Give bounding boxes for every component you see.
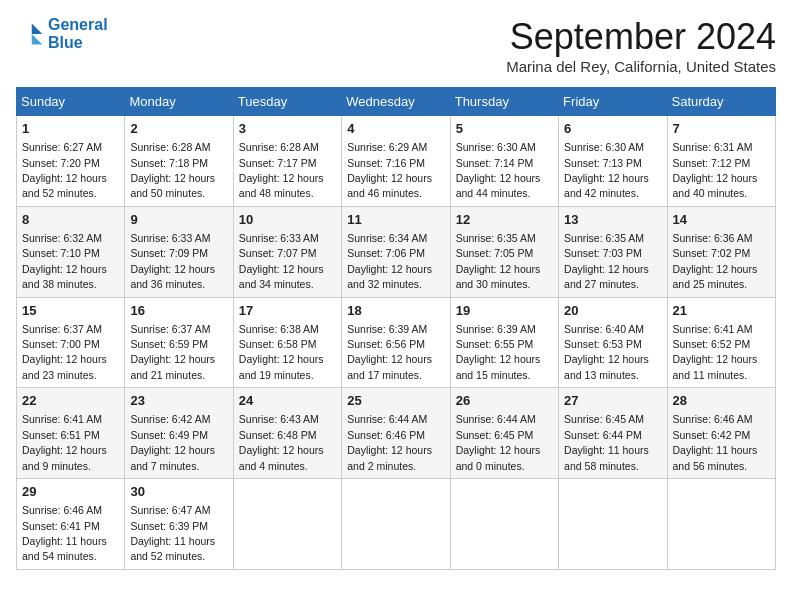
logo-text-line2: Blue <box>48 34 108 52</box>
day-info: Sunrise: 6:36 AMSunset: 7:02 PMDaylight:… <box>673 232 758 290</box>
day-number: 23 <box>130 392 227 410</box>
day-number: 4 <box>347 120 444 138</box>
calendar-day-cell: 9 Sunrise: 6:33 AMSunset: 7:09 PMDayligh… <box>125 206 233 297</box>
calendar-day-cell: 27 Sunrise: 6:45 AMSunset: 6:44 PMDaylig… <box>559 388 667 479</box>
day-info: Sunrise: 6:34 AMSunset: 7:06 PMDaylight:… <box>347 232 432 290</box>
day-number: 8 <box>22 211 119 229</box>
day-info: Sunrise: 6:45 AMSunset: 6:44 PMDaylight:… <box>564 413 649 471</box>
calendar-day-cell: 16 Sunrise: 6:37 AMSunset: 6:59 PMDaylig… <box>125 297 233 388</box>
day-info: Sunrise: 6:35 AMSunset: 7:03 PMDaylight:… <box>564 232 649 290</box>
day-number: 1 <box>22 120 119 138</box>
calendar-day-cell: 17 Sunrise: 6:38 AMSunset: 6:58 PMDaylig… <box>233 297 341 388</box>
calendar-day-cell: 7 Sunrise: 6:31 AMSunset: 7:12 PMDayligh… <box>667 116 775 207</box>
calendar-day-cell: 11 Sunrise: 6:34 AMSunset: 7:06 PMDaylig… <box>342 206 450 297</box>
day-of-week-header: Thursday <box>450 88 558 116</box>
location-title: Marina del Rey, California, United State… <box>506 58 776 75</box>
day-info: Sunrise: 6:40 AMSunset: 6:53 PMDaylight:… <box>564 323 649 381</box>
day-number: 16 <box>130 302 227 320</box>
day-number: 24 <box>239 392 336 410</box>
calendar-day-cell: 30 Sunrise: 6:47 AMSunset: 6:39 PMDaylig… <box>125 479 233 570</box>
calendar-day-cell: 6 Sunrise: 6:30 AMSunset: 7:13 PMDayligh… <box>559 116 667 207</box>
calendar-table: SundayMondayTuesdayWednesdayThursdayFrid… <box>16 87 776 570</box>
calendar-day-cell: 26 Sunrise: 6:44 AMSunset: 6:45 PMDaylig… <box>450 388 558 479</box>
day-info: Sunrise: 6:33 AMSunset: 7:09 PMDaylight:… <box>130 232 215 290</box>
day-info: Sunrise: 6:30 AMSunset: 7:13 PMDaylight:… <box>564 141 649 199</box>
calendar-day-cell: 15 Sunrise: 6:37 AMSunset: 7:00 PMDaylig… <box>17 297 125 388</box>
day-number: 2 <box>130 120 227 138</box>
calendar-day-cell: 29 Sunrise: 6:46 AMSunset: 6:41 PMDaylig… <box>17 479 125 570</box>
calendar-day-cell: 20 Sunrise: 6:40 AMSunset: 6:53 PMDaylig… <box>559 297 667 388</box>
logo-icon <box>16 20 44 48</box>
calendar-day-cell: 19 Sunrise: 6:39 AMSunset: 6:55 PMDaylig… <box>450 297 558 388</box>
title-area: September 2024 Marina del Rey, Californi… <box>506 16 776 75</box>
day-number: 9 <box>130 211 227 229</box>
day-number: 27 <box>564 392 661 410</box>
calendar-day-cell: 28 Sunrise: 6:46 AMSunset: 6:42 PMDaylig… <box>667 388 775 479</box>
day-number: 18 <box>347 302 444 320</box>
day-info: Sunrise: 6:42 AMSunset: 6:49 PMDaylight:… <box>130 413 215 471</box>
day-info: Sunrise: 6:27 AMSunset: 7:20 PMDaylight:… <box>22 141 107 199</box>
calendar-week-row: 8 Sunrise: 6:32 AMSunset: 7:10 PMDayligh… <box>17 206 776 297</box>
calendar-day-cell <box>233 479 341 570</box>
day-of-week-header: Sunday <box>17 88 125 116</box>
day-number: 10 <box>239 211 336 229</box>
calendar-day-cell <box>559 479 667 570</box>
day-of-week-header: Wednesday <box>342 88 450 116</box>
day-of-week-header: Saturday <box>667 88 775 116</box>
calendar-day-cell: 10 Sunrise: 6:33 AMSunset: 7:07 PMDaylig… <box>233 206 341 297</box>
day-info: Sunrise: 6:43 AMSunset: 6:48 PMDaylight:… <box>239 413 324 471</box>
calendar-day-cell: 4 Sunrise: 6:29 AMSunset: 7:16 PMDayligh… <box>342 116 450 207</box>
day-number: 13 <box>564 211 661 229</box>
calendar-day-cell: 2 Sunrise: 6:28 AMSunset: 7:18 PMDayligh… <box>125 116 233 207</box>
calendar-day-cell <box>342 479 450 570</box>
day-of-week-header: Monday <box>125 88 233 116</box>
day-number: 25 <box>347 392 444 410</box>
calendar-day-cell: 1 Sunrise: 6:27 AMSunset: 7:20 PMDayligh… <box>17 116 125 207</box>
day-info: Sunrise: 6:39 AMSunset: 6:55 PMDaylight:… <box>456 323 541 381</box>
day-number: 19 <box>456 302 553 320</box>
day-info: Sunrise: 6:44 AMSunset: 6:46 PMDaylight:… <box>347 413 432 471</box>
calendar-day-cell: 5 Sunrise: 6:30 AMSunset: 7:14 PMDayligh… <box>450 116 558 207</box>
day-info: Sunrise: 6:38 AMSunset: 6:58 PMDaylight:… <box>239 323 324 381</box>
day-number: 26 <box>456 392 553 410</box>
day-info: Sunrise: 6:33 AMSunset: 7:07 PMDaylight:… <box>239 232 324 290</box>
day-info: Sunrise: 6:46 AMSunset: 6:41 PMDaylight:… <box>22 504 107 562</box>
day-info: Sunrise: 6:30 AMSunset: 7:14 PMDaylight:… <box>456 141 541 199</box>
day-info: Sunrise: 6:37 AMSunset: 7:00 PMDaylight:… <box>22 323 107 381</box>
page-header: General Blue September 2024 Marina del R… <box>16 16 776 75</box>
logo: General Blue <box>16 16 108 51</box>
day-number: 28 <box>673 392 770 410</box>
calendar-day-cell: 23 Sunrise: 6:42 AMSunset: 6:49 PMDaylig… <box>125 388 233 479</box>
day-number: 21 <box>673 302 770 320</box>
calendar-header-row: SundayMondayTuesdayWednesdayThursdayFrid… <box>17 88 776 116</box>
day-number: 14 <box>673 211 770 229</box>
day-info: Sunrise: 6:29 AMSunset: 7:16 PMDaylight:… <box>347 141 432 199</box>
calendar-day-cell: 12 Sunrise: 6:35 AMSunset: 7:05 PMDaylig… <box>450 206 558 297</box>
day-number: 22 <box>22 392 119 410</box>
day-number: 7 <box>673 120 770 138</box>
day-info: Sunrise: 6:41 AMSunset: 6:52 PMDaylight:… <box>673 323 758 381</box>
calendar-day-cell <box>450 479 558 570</box>
day-number: 12 <box>456 211 553 229</box>
day-number: 30 <box>130 483 227 501</box>
day-info: Sunrise: 6:31 AMSunset: 7:12 PMDaylight:… <box>673 141 758 199</box>
calendar-day-cell: 13 Sunrise: 6:35 AMSunset: 7:03 PMDaylig… <box>559 206 667 297</box>
calendar-week-row: 22 Sunrise: 6:41 AMSunset: 6:51 PMDaylig… <box>17 388 776 479</box>
logo-text-line1: General <box>48 16 108 34</box>
day-number: 17 <box>239 302 336 320</box>
calendar-day-cell <box>667 479 775 570</box>
day-info: Sunrise: 6:32 AMSunset: 7:10 PMDaylight:… <box>22 232 107 290</box>
day-info: Sunrise: 6:46 AMSunset: 6:42 PMDaylight:… <box>673 413 758 471</box>
day-number: 29 <box>22 483 119 501</box>
day-of-week-header: Friday <box>559 88 667 116</box>
day-number: 11 <box>347 211 444 229</box>
day-info: Sunrise: 6:37 AMSunset: 6:59 PMDaylight:… <box>130 323 215 381</box>
day-number: 6 <box>564 120 661 138</box>
calendar-week-row: 15 Sunrise: 6:37 AMSunset: 7:00 PMDaylig… <box>17 297 776 388</box>
calendar-day-cell: 8 Sunrise: 6:32 AMSunset: 7:10 PMDayligh… <box>17 206 125 297</box>
day-info: Sunrise: 6:28 AMSunset: 7:17 PMDaylight:… <box>239 141 324 199</box>
calendar-week-row: 29 Sunrise: 6:46 AMSunset: 6:41 PMDaylig… <box>17 479 776 570</box>
calendar-week-row: 1 Sunrise: 6:27 AMSunset: 7:20 PMDayligh… <box>17 116 776 207</box>
calendar-day-cell: 21 Sunrise: 6:41 AMSunset: 6:52 PMDaylig… <box>667 297 775 388</box>
calendar-day-cell: 14 Sunrise: 6:36 AMSunset: 7:02 PMDaylig… <box>667 206 775 297</box>
